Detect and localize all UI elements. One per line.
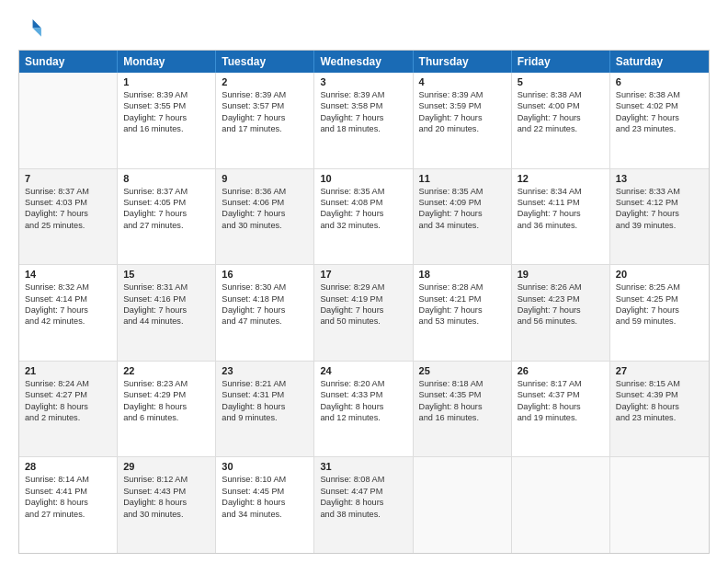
cell-line: Sunset: 4:00 PM <box>518 100 604 111</box>
weekday-header-saturday: Saturday <box>610 51 709 73</box>
cell-line: Sunset: 4:33 PM <box>320 389 406 400</box>
calendar-cell-day-30: 30Sunrise: 8:10 AMSunset: 4:45 PMDayligh… <box>216 457 314 553</box>
cell-line: Sunrise: 8:39 AM <box>419 89 506 100</box>
cell-line: and 25 minutes. <box>25 220 111 231</box>
cell-line: Sunset: 4:37 PM <box>518 389 604 400</box>
calendar-cell-day-2: 2Sunrise: 8:39 AMSunset: 3:57 PMDaylight… <box>216 73 314 168</box>
calendar-cell-day-20: 20Sunrise: 8:25 AMSunset: 4:25 PMDayligh… <box>610 265 709 361</box>
cell-line: Sunrise: 8:14 AM <box>25 474 111 485</box>
cell-line: Sunset: 3:58 PM <box>320 100 406 111</box>
day-number: 20 <box>616 269 703 280</box>
cell-line: Sunrise: 8:35 AM <box>320 186 406 197</box>
cell-line: Daylight: 7 hours <box>419 304 506 316</box>
cell-line: and 22 minutes. <box>518 123 604 134</box>
day-number: 29 <box>123 461 210 472</box>
cell-line: Daylight: 8 hours <box>25 497 111 508</box>
weekday-header-monday: Monday <box>118 51 216 73</box>
calendar-cell-day-26: 26Sunrise: 8:17 AMSunset: 4:37 PMDayligh… <box>512 362 610 457</box>
day-number: 9 <box>222 173 308 184</box>
cell-line: Sunrise: 8:18 AM <box>419 378 506 389</box>
day-number: 5 <box>518 76 604 87</box>
cell-line: and 44 minutes. <box>123 316 210 327</box>
calendar-cell-day-10: 10Sunrise: 8:35 AMSunset: 4:08 PMDayligh… <box>314 169 413 265</box>
weekday-header-friday: Friday <box>512 51 610 73</box>
calendar-cell-day-24: 24Sunrise: 8:20 AMSunset: 4:33 PMDayligh… <box>314 362 413 457</box>
cell-line: Sunset: 4:19 PM <box>320 293 406 304</box>
calendar-cell-day-1: 1Sunrise: 8:39 AMSunset: 3:55 PMDaylight… <box>118 73 216 168</box>
cell-line: Sunrise: 8:10 AM <box>222 474 308 485</box>
calendar-cell-day-5: 5Sunrise: 8:38 AMSunset: 4:00 PMDaylight… <box>512 73 610 168</box>
calendar-cell-day-3: 3Sunrise: 8:39 AMSunset: 3:58 PMDaylight… <box>314 73 413 168</box>
cell-line: Sunrise: 8:15 AM <box>616 378 703 389</box>
calendar-cell-day-8: 8Sunrise: 8:37 AMSunset: 4:05 PMDaylight… <box>118 169 216 265</box>
cell-line: Sunset: 4:31 PM <box>222 389 308 400</box>
cell-line: Sunrise: 8:39 AM <box>320 89 406 100</box>
calendar-cell-day-4: 4Sunrise: 8:39 AMSunset: 3:59 PMDaylight… <box>414 73 512 168</box>
cell-line: Daylight: 7 hours <box>123 208 210 219</box>
day-number: 10 <box>320 173 406 184</box>
cell-line: Sunrise: 8:29 AM <box>320 282 406 293</box>
cell-line: and 50 minutes. <box>320 316 406 327</box>
cell-line: Sunrise: 8:38 AM <box>616 89 703 100</box>
calendar-header: SundayMondayTuesdayWednesdayThursdayFrid… <box>19 51 709 73</box>
calendar-cell-day-29: 29Sunrise: 8:12 AMSunset: 4:43 PMDayligh… <box>118 457 216 553</box>
cell-line: Sunset: 3:55 PM <box>123 100 210 111</box>
cell-line: Sunrise: 8:12 AM <box>123 474 210 485</box>
day-number: 4 <box>419 76 506 87</box>
cell-line: Daylight: 8 hours <box>123 401 210 412</box>
day-number: 21 <box>25 365 111 376</box>
cell-line: Daylight: 8 hours <box>123 497 210 508</box>
cell-line: Daylight: 7 hours <box>25 304 111 316</box>
cell-line: Sunset: 4:03 PM <box>25 197 111 208</box>
cell-line: Daylight: 8 hours <box>518 401 604 412</box>
cell-line: Daylight: 8 hours <box>419 401 506 412</box>
calendar-cell-day-19: 19Sunrise: 8:26 AMSunset: 4:23 PMDayligh… <box>512 265 610 361</box>
cell-line: and 16 minutes. <box>123 123 210 134</box>
cell-line: Daylight: 7 hours <box>518 112 604 123</box>
cell-line: Daylight: 8 hours <box>320 497 406 508</box>
calendar-cell-day-27: 27Sunrise: 8:15 AMSunset: 4:39 PMDayligh… <box>610 362 709 457</box>
cell-line: Sunrise: 8:31 AM <box>123 282 210 293</box>
day-number: 26 <box>518 365 604 376</box>
cell-line: Daylight: 7 hours <box>222 112 308 123</box>
cell-line: Sunset: 4:14 PM <box>25 293 111 304</box>
cell-line: Daylight: 7 hours <box>320 208 406 219</box>
cell-line: Sunset: 4:27 PM <box>25 389 111 400</box>
cell-line: Sunrise: 8:36 AM <box>222 186 308 197</box>
day-number: 22 <box>123 365 210 376</box>
day-number: 12 <box>518 173 604 184</box>
day-number: 16 <box>222 269 308 280</box>
cell-line: Daylight: 7 hours <box>320 112 406 123</box>
cell-line: Sunset: 4:06 PM <box>222 197 308 208</box>
header <box>18 17 710 42</box>
cell-line: Sunset: 4:47 PM <box>320 486 406 497</box>
cell-line: Sunset: 4:05 PM <box>123 197 210 208</box>
cell-line: Sunrise: 8:35 AM <box>419 186 506 197</box>
calendar-cell-day-7: 7Sunrise: 8:37 AMSunset: 4:03 PMDaylight… <box>19 169 118 265</box>
cell-line: Daylight: 7 hours <box>518 208 604 219</box>
cell-line: Sunset: 4:09 PM <box>419 197 506 208</box>
cell-line: Sunset: 4:35 PM <box>419 389 506 400</box>
calendar-cell-empty <box>19 73 118 168</box>
cell-line: Sunrise: 8:33 AM <box>616 186 703 197</box>
cell-line: Daylight: 7 hours <box>419 112 506 123</box>
weekday-header-tuesday: Tuesday <box>216 51 314 73</box>
calendar-cell-day-22: 22Sunrise: 8:23 AMSunset: 4:29 PMDayligh… <box>118 362 216 457</box>
cell-line: and 30 minutes. <box>123 509 210 520</box>
day-number: 24 <box>320 365 406 376</box>
calendar-cell-day-31: 31Sunrise: 8:08 AMSunset: 4:47 PMDayligh… <box>314 457 413 553</box>
weekday-header-sunday: Sunday <box>19 51 118 73</box>
cell-line: and 16 minutes. <box>419 412 506 423</box>
calendar-cell-day-16: 16Sunrise: 8:30 AMSunset: 4:18 PMDayligh… <box>216 265 314 361</box>
cell-line: and 23 minutes. <box>616 412 703 423</box>
cell-line: and 36 minutes. <box>518 220 604 231</box>
calendar-row-1: 7Sunrise: 8:37 AMSunset: 4:03 PMDaylight… <box>19 169 709 266</box>
cell-line: Sunset: 4:41 PM <box>25 486 111 497</box>
cell-line: Sunrise: 8:23 AM <box>123 378 210 389</box>
cell-line: Sunrise: 8:37 AM <box>25 186 111 197</box>
cell-line: Sunset: 4:29 PM <box>123 389 210 400</box>
day-number: 18 <box>419 269 506 280</box>
day-number: 13 <box>616 173 703 184</box>
cell-line: Sunrise: 8:20 AM <box>320 378 406 389</box>
cell-line: Sunset: 4:02 PM <box>616 100 703 111</box>
